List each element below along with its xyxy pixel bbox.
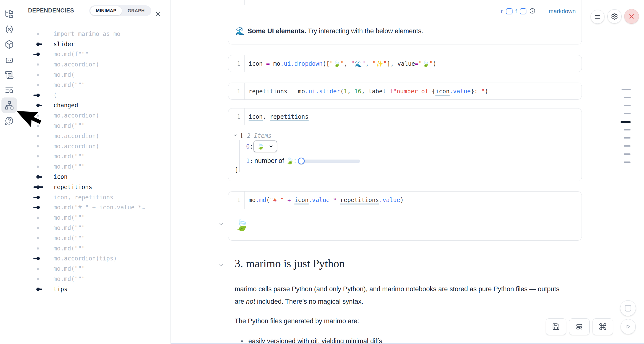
tab-minimap[interactable]: MINIMAP (90, 6, 122, 15)
minimap-item-label: mo.md("# " + icon.value *… (54, 204, 145, 211)
keyboard-shortcuts-button[interactable] (592, 318, 613, 335)
help-icon[interactable] (5, 116, 14, 125)
cell-md-leaf: 1 mo.md("# " + icon.value * repetitions.… (228, 191, 582, 241)
slider-handle[interactable] (298, 157, 305, 164)
outline-mark[interactable] (624, 113, 630, 114)
minimap-item[interactable]: repetitions (18, 182, 170, 192)
ai-assistant-icon[interactable] (5, 55, 14, 64)
minimap-item[interactable]: changed (18, 100, 170, 111)
package-icon[interactable] (5, 40, 14, 49)
cell-dot-marker (37, 268, 39, 270)
minimap-item[interactable]: mo.accordion( (18, 131, 170, 141)
line-number: 1 (228, 55, 245, 72)
shutdown-close-button[interactable] (624, 9, 639, 24)
outline-mark[interactable] (624, 153, 630, 155)
f-string-checkbox[interactable] (520, 8, 526, 15)
cell-edge-marker (36, 196, 40, 199)
language-label[interactable]: markdown (548, 8, 576, 15)
minimap-item[interactable]: mo.md(""" (18, 243, 170, 254)
save-button[interactable] (546, 318, 566, 335)
chevron-down-icon (268, 144, 274, 149)
minimap-item-label: mo.accordion(tips) (54, 255, 117, 262)
minimap-item[interactable]: icon (18, 172, 170, 182)
code-line[interactable]: mo.md("# " + icon.value * repetitions.va… (245, 197, 404, 204)
minimap-item-label: mo.md(""" (54, 163, 85, 170)
code-line[interactable]: repetitions = mo.ui.slider(1, 16, label=… (245, 88, 488, 95)
outline-mark[interactable] (624, 145, 630, 147)
outline-mark[interactable] (620, 121, 630, 123)
code-editor[interactable]: 1 mo.md("# " + icon.value * repetitions.… (228, 192, 582, 209)
minimap-item[interactable]: mo.md(""" (18, 213, 170, 223)
dependencies-panel: DEPENDENCIES MINIMAP GRAPH import marimo… (18, 0, 171, 344)
minimap-item[interactable]: mo.md( (18, 70, 170, 80)
minimap-item[interactable]: mo.md(""" (18, 151, 170, 162)
minimap-item[interactable]: mo.md(""" (18, 223, 170, 233)
code-editor[interactable]: 1 icon, repetitions (228, 108, 582, 125)
outline-mark[interactable] (624, 105, 630, 106)
line-number: 1 (228, 83, 245, 100)
minimap-item[interactable]: mo.md(""" (18, 121, 170, 131)
file-tree-icon[interactable] (5, 10, 14, 19)
minimap-item[interactable]: mo.accordion( (18, 141, 170, 151)
code-line[interactable]: icon, repetitions (245, 113, 308, 120)
outline-mark[interactable] (624, 97, 630, 98)
logs-icon[interactable] (5, 70, 14, 80)
minimap-item[interactable]: mo.md(""" (18, 161, 170, 172)
tab-graph[interactable]: GRAPH (122, 8, 150, 14)
cell-dot-marker (37, 217, 39, 219)
info-icon[interactable] (529, 8, 536, 15)
collapse-chevron-icon[interactable] (233, 133, 238, 137)
variables-icon[interactable] (5, 25, 14, 34)
outline-search-icon[interactable] (5, 85, 14, 95)
settings-gear-button[interactable] (608, 9, 622, 24)
r-string-checkbox[interactable] (506, 8, 512, 15)
dependencies-icon[interactable] (5, 101, 14, 110)
code-line[interactable]: icon = mo.ui.dropdown(["🍃", "🌊", "✨"], v… (245, 60, 436, 67)
minimap-item-label: mo.md(""" (54, 122, 85, 129)
minimap-item-label: mo.md(""" (54, 245, 85, 252)
index-0-label: 0: (246, 143, 253, 150)
stop-button[interactable] (620, 300, 636, 316)
output-collapse-chevron-icon[interactable] (218, 221, 224, 227)
code-editor[interactable]: 1 repetitions = mo.ui.slider(1, 16, labe… (228, 83, 582, 100)
minimap-item[interactable]: mo.md(""" (18, 274, 170, 284)
cell-edge-marker (36, 206, 40, 209)
wave-emoji: 🌊 (235, 27, 245, 36)
code-editor[interactable]: 1 🌊 Some UI elements. Try interacting wi… (228, 0, 582, 5)
minimap-item[interactable]: icon, repetitions (18, 192, 170, 203)
outline-mark[interactable] (622, 89, 630, 90)
minimap-item[interactable]: mo.accordion( (18, 110, 170, 121)
minimap-item[interactable]: mo.accordion(tips) (18, 254, 170, 264)
outline-mark[interactable] (624, 137, 630, 138)
minimap-item-label: import marimo as mo (54, 31, 120, 37)
cell-dot-marker (37, 247, 39, 249)
minimap-item[interactable]: mo.md(""" (18, 233, 170, 243)
minimap-item-label: mo.md(f""" (54, 51, 89, 58)
cell-repetitions-slider: 1 repetitions = mo.ui.slider(1, 16, labe… (228, 83, 582, 100)
minimap-item[interactable]: import marimo as mo (18, 29, 170, 39)
menu-button[interactable] (590, 10, 604, 24)
minimap-item[interactable]: ( (18, 90, 170, 100)
run-button[interactable] (620, 319, 636, 334)
minimap-item[interactable]: mo.accordion( (18, 59, 170, 70)
outline-mark[interactable] (624, 161, 630, 163)
minimap-item[interactable]: mo.md(""" (18, 264, 170, 274)
layout-button[interactable] (569, 318, 590, 335)
panel-title: DEPENDENCIES (28, 7, 74, 14)
cell-footer: r f markdown (228, 5, 582, 17)
footer-divider (542, 8, 542, 15)
minimap-item[interactable]: mo.md(f""" (18, 49, 170, 60)
outline-mark[interactable] (624, 129, 630, 130)
dropdown-control[interactable]: 🍃 (254, 140, 277, 152)
cell-edge-marker (36, 43, 40, 46)
cell-edge-marker (36, 186, 40, 189)
minimap-item[interactable]: mo.md("# " + icon.value *… (18, 203, 170, 213)
slider-track[interactable] (301, 159, 360, 163)
minimap-item[interactable]: tips (18, 284, 170, 294)
code-editor[interactable]: 1 icon = mo.ui.dropdown(["🍃", "🌊", "✨"],… (228, 55, 582, 72)
minimap-item[interactable]: slider (18, 39, 170, 49)
section-collapse-chevron-icon[interactable] (218, 262, 224, 268)
close-panel-icon[interactable] (155, 11, 162, 18)
minimap-item[interactable]: mo.md(""" (18, 80, 170, 90)
cell-dot-marker (37, 84, 39, 86)
